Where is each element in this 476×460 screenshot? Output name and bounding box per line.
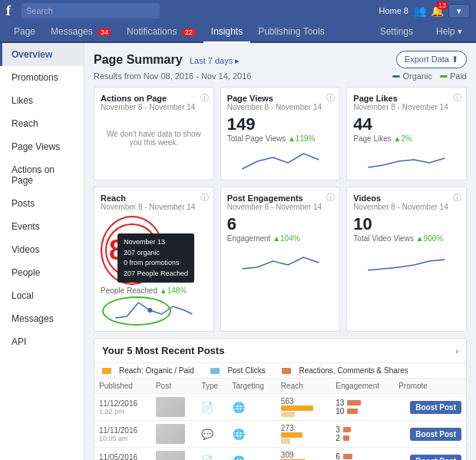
- facebook-logo: f: [6, 3, 11, 19]
- videos-value: 10: [353, 214, 460, 234]
- reach-change: People Reached ▲148%: [101, 286, 207, 295]
- videos-card-title: Videos: [353, 194, 460, 203]
- export-data-button[interactable]: Export Data ⬆: [396, 51, 467, 68]
- reach-tooltip: November 13 207 organic 0 from promotion…: [117, 233, 194, 283]
- boost-post-btn-1[interactable]: Boost Post: [410, 401, 461, 414]
- sidebar-item-events[interactable]: Events: [0, 215, 84, 238]
- post-thumb-1: [151, 394, 197, 421]
- engagements-change-pct: ▲104%: [273, 234, 299, 243]
- sidebar-item-people[interactable]: People: [0, 261, 84, 284]
- tab-settings[interactable]: Settings: [372, 22, 421, 43]
- results-range-row: Results from Nov 08, 2016 - Nov 14, 2016…: [94, 71, 467, 81]
- col-post: Post: [151, 379, 197, 394]
- sidebar-item-actions-on-page[interactable]: Actions on Page: [0, 158, 84, 192]
- home-link[interactable]: Home 8: [378, 6, 408, 15]
- post-thumb-3: [151, 448, 197, 461]
- notification-badge: 13: [436, 2, 448, 9]
- sidebar-item-page-views[interactable]: Page Views: [0, 135, 84, 158]
- page-summary-title: Page Summary: [94, 53, 183, 66]
- tab-page[interactable]: Page: [6, 22, 43, 43]
- col-published: Published: [94, 379, 151, 394]
- info-icon-reach[interactable]: ⓘ: [200, 192, 209, 204]
- post-promote-1: Boost Post: [394, 394, 466, 421]
- sidebar-item-videos[interactable]: Videos: [0, 238, 84, 261]
- page-views-change-pct: ▲119%: [288, 134, 315, 143]
- sidebar-item-posts[interactable]: Posts: [0, 192, 84, 215]
- post-type-3: 📄: [197, 448, 227, 461]
- see-more-link[interactable]: ›: [455, 346, 458, 356]
- main-layout: Overview Promotions Likes Reach Page Vie…: [0, 43, 476, 460]
- stat-card-post-engagements: ⓘ Post Engagements November 8 - November…: [220, 187, 341, 332]
- clicks-swatch: [210, 368, 220, 374]
- post-target-2: 🌐: [228, 421, 276, 448]
- profile-button[interactable]: ▾: [448, 4, 470, 18]
- videos-change-label: Total Video Views: [353, 234, 415, 243]
- actions-card-title: Actions on Page: [101, 94, 207, 103]
- page-views-change-label: Total Page Views: [227, 134, 288, 143]
- post-date-1: 11/12/20161:32 pm: [94, 394, 151, 421]
- post-promote-2: Boost Post: [394, 421, 466, 448]
- tooltip-promotions: 0 from promotions: [124, 258, 188, 269]
- page-likes-change-pct: ▲2%: [394, 134, 412, 143]
- legend-organic: Organic: [392, 71, 432, 81]
- tab-notifications[interactable]: Notifications 22: [119, 22, 203, 43]
- search-input[interactable]: [21, 3, 160, 18]
- stat-card-page-likes: ⓘ Page Likes November 8 - November 14 44…: [346, 87, 467, 180]
- friends-icon[interactable]: 👥: [413, 5, 426, 17]
- page-views-change: Total Page Views ▲119%: [227, 134, 334, 143]
- post-target-1: 🌐: [228, 394, 276, 421]
- engagements-change-label: Engagement: [227, 234, 273, 243]
- recent-posts-section: Your 5 Most Recent Posts › Reach: Organi…: [94, 338, 467, 460]
- clicks-legend-label: Post Clicks: [227, 366, 265, 375]
- sidebar: Overview Promotions Likes Reach Page Vie…: [0, 43, 84, 460]
- post-reach-2: 273: [276, 421, 331, 448]
- top-bar: f Home 8 👥 🔔 13 ▾: [0, 0, 476, 22]
- sidebar-item-messages[interactable]: Messages: [0, 307, 84, 330]
- reactions-legend-label: Reactions, Comments & Shares: [299, 366, 408, 375]
- messages-badge: 34: [98, 28, 111, 36]
- info-icon-videos[interactable]: ⓘ: [453, 192, 461, 204]
- info-icon-page-likes[interactable]: ⓘ: [453, 92, 461, 104]
- page-likes-card-sub: November 8 - November 14: [353, 103, 460, 111]
- boost-post-btn-3[interactable]: Boost Post: [410, 455, 461, 461]
- sidebar-item-reach[interactable]: Reach: [0, 112, 84, 135]
- post-target-3: 🌐: [228, 448, 276, 461]
- reach-chart-area: [101, 295, 207, 325]
- legend-paid-dot: [440, 75, 448, 78]
- sidebar-item-promotions[interactable]: Promotions: [0, 66, 84, 89]
- tab-publishing-tools[interactable]: Publishing Tools: [250, 22, 332, 43]
- posts-table-header: Published Post Type Targeting Reach Enga…: [94, 379, 466, 394]
- reach-organic-swatch: [102, 368, 111, 374]
- page-summary-header: Page Summary Last 7 days ▸ Export Data ⬆: [94, 51, 467, 68]
- sidebar-item-api[interactable]: API: [0, 330, 84, 353]
- legend-organic-dot: [392, 75, 400, 78]
- tooltip-people: 207 People Reached: [124, 269, 188, 280]
- reach-card-sub: November 8 - November 14: [101, 203, 207, 211]
- stat-card-reach: ⓘ Reach November 8 - November 14 855 Peo…: [94, 187, 214, 332]
- stat-card-actions: ⓘ Actions on Page November 8 - November …: [94, 87, 214, 180]
- sidebar-item-likes[interactable]: Likes: [0, 89, 84, 112]
- reach-legend-label: Reach: Organic / Paid: [119, 366, 194, 375]
- page-views-card-title: Page Views: [227, 94, 334, 103]
- col-type: Type: [197, 379, 227, 394]
- posts-table: Published Post Type Targeting Reach Enga…: [94, 379, 466, 460]
- videos-change: Total Video Views ▲900%: [353, 234, 460, 243]
- tab-messages[interactable]: Messages 34: [43, 22, 119, 43]
- results-range-text: Results from Nov 08, 2016 - Nov 14, 2016: [94, 71, 251, 81]
- tab-help[interactable]: Help ▾: [428, 22, 470, 43]
- tab-insights[interactable]: Insights: [203, 22, 250, 43]
- page-views-card-sub: November 8 - November 14: [227, 103, 334, 111]
- content-area: Page Summary Last 7 days ▸ Export Data ⬆…: [84, 43, 476, 460]
- info-icon-page-views[interactable]: ⓘ: [326, 92, 335, 104]
- info-icon-actions[interactable]: ⓘ: [200, 92, 209, 104]
- legend-organic-label: Organic: [402, 71, 432, 81]
- date-range-selector[interactable]: Last 7 days ▸: [190, 56, 240, 65]
- sidebar-item-local[interactable]: Local: [0, 284, 84, 307]
- doc-icon-3: 📄: [201, 455, 213, 461]
- notifications-icon[interactable]: 🔔 13: [431, 5, 444, 17]
- page-likes-change-label: Page Likes: [353, 134, 393, 143]
- page-views-value: 149: [227, 114, 334, 134]
- sidebar-item-overview[interactable]: Overview: [0, 43, 84, 66]
- info-icon-engagements[interactable]: ⓘ: [326, 192, 335, 204]
- boost-post-btn-2[interactable]: Boost Post: [410, 428, 461, 441]
